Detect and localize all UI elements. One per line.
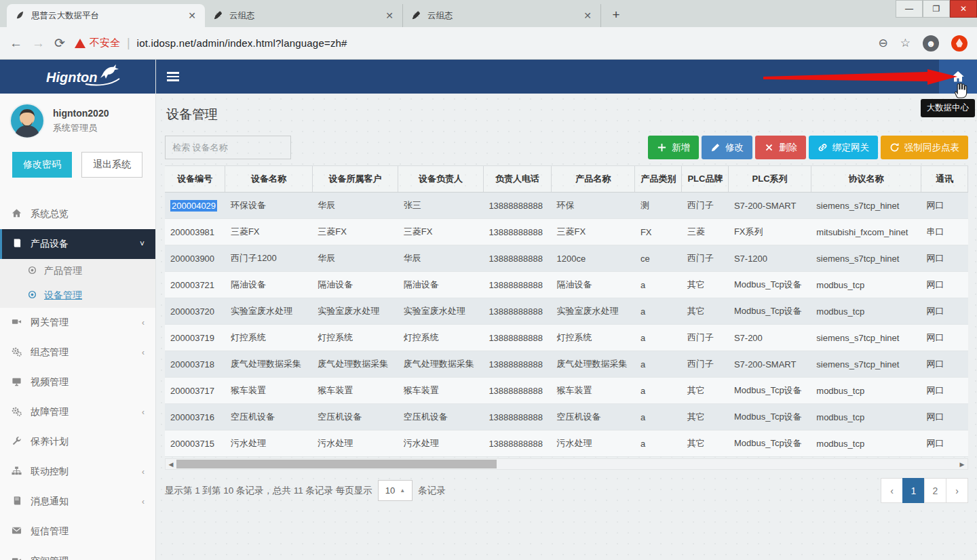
profile-icon[interactable]: ☻ [923,35,939,52]
device-table-wrap: 设备编号设备名称设备所属客户设备负责人负责人电话产品名称产品类别PLC品牌PLC… [165,165,968,457]
sidebar-item-保养计划[interactable]: 保养计划 [0,427,155,457]
绑定网关-button[interactable]: 绑定网关 [809,136,878,159]
table-cell: a [635,298,682,325]
table-cell: 网口 [921,431,968,457]
table-cell: 三菱FX [552,219,635,245]
sidebar-item-视频管理[interactable]: 视频管理 [0,367,155,397]
table-row[interactable]: 200003717猴车装置猴车装置猴车装置13888888888猴车装置a其它M… [165,378,968,404]
sidebar-item-系统总览[interactable]: 系统总览 [0,199,155,229]
logout-button[interactable]: 退出系统 [81,152,142,178]
sidebar-item-网关管理[interactable]: 网关管理‹ [0,308,155,338]
table-row[interactable]: 200003981三菱FX三菱FX三菱FX13888888888三菱FXFX三菱… [165,219,968,245]
content: 设备管理 新增修改删除绑定网关强制同步点表 设备编号设备名称设备所属客户设备负责… [156,94,977,560]
table-row[interactable]: 200003719灯控系统灯控系统灯控系统13888888888灯控系统a西门子… [165,325,968,351]
pager-page-1[interactable]: 1 [902,478,925,503]
column-header[interactable]: 通讯 [921,166,968,193]
sidebar-item-消息通知[interactable]: 消息通知‹ [0,487,155,517]
table-row[interactable]: 200003715污水处理污水处理污水处理13888888888污水处理a其它M… [165,431,968,457]
bookmark-star-icon[interactable]: ☆ [900,36,911,50]
pager-next-button[interactable]: › [946,478,968,503]
horizontal-scrollbar[interactable]: ◀ ▶ [165,458,968,470]
column-header[interactable]: 设备负责人 [398,166,484,193]
back-icon[interactable]: ← [9,36,22,51]
sidebar-item-故障管理[interactable]: 故障管理‹ [0,397,155,427]
security-warning[interactable]: 不安全 [75,37,120,49]
删除-button[interactable]: 删除 [755,136,806,159]
table-row[interactable]: 200003900西门子1200华辰华辰138888888881200cece西… [165,245,968,272]
sidebar-subitem-设备管理[interactable]: 设备管理 [0,283,155,308]
column-header[interactable]: 产品名称 [552,166,635,193]
tab-close-icon[interactable]: ✕ [383,9,396,22]
table-cell: 其它 [682,378,729,404]
table-cell: FX系列 [729,219,811,245]
sidebar-item-产品设备[interactable]: 产品设备˅ [0,229,155,259]
rocket-icon [213,10,224,21]
sidebar-item-联动控制[interactable]: 联动控制‹ [0,457,155,487]
scroll-left-icon[interactable]: ◀ [166,461,176,468]
table-cell: a [635,404,682,431]
table-cell: 网口 [921,351,968,378]
table-row[interactable]: 200004029环保设备华辰张三13888888888环保测西门子S7-200… [165,193,968,219]
search-input[interactable] [165,136,291,159]
table-row[interactable]: 200003721隔油设备隔油设备隔油设备13888888888隔油设备a其它M… [165,272,968,298]
column-header[interactable]: 设备所属客户 [312,166,398,193]
tab-title: 云组态 [427,10,576,22]
column-header[interactable]: 协议名称 [811,166,921,193]
pager-page-2[interactable]: 2 [924,478,946,503]
refresh-icon[interactable]: ⟳ [54,35,65,51]
browser-logo-icon[interactable] [951,35,968,52]
browser-tab[interactable]: 思普云大数据平台✕ [7,4,205,27]
minimize-button[interactable]: — [896,0,923,18]
pager-prev-button[interactable]: ‹ [881,478,903,503]
username: hignton2020 [53,108,109,119]
tab-close-icon[interactable]: ✕ [186,9,198,22]
new-tab-button[interactable]: + [607,6,626,25]
zoom-out-icon[interactable]: ⊖ [879,36,888,50]
change-password-button[interactable]: 修改密码 [12,152,72,178]
action-buttons: 新增修改删除绑定网关强制同步点表 [648,136,968,159]
强制同步点表-button[interactable]: 强制同步点表 [881,136,968,159]
table-cell: 测 [635,193,682,219]
restore-button[interactable]: ❐ [923,0,950,18]
sidebar-item-组态管理[interactable]: 组态管理‹ [0,338,155,367]
table-cell: 污水处理 [552,431,635,457]
hamburger-menu-icon[interactable] [156,60,190,94]
tab-close-icon[interactable]: ✕ [581,9,594,22]
table-cell: 200003981 [165,219,225,245]
address-bar[interactable]: 不安全 | iot.idosp.net/admin/index.html?lan… [75,36,869,50]
scroll-right-icon[interactable]: ▶ [957,461,968,468]
sidebar-item-空间管理[interactable]: 空间管理 [0,546,155,560]
column-header[interactable]: 负责人电话 [483,166,551,193]
scrollbar-track[interactable] [176,459,957,469]
home-button[interactable] [939,60,977,94]
sidebar-item-短信管理[interactable]: 短信管理 [0,517,155,546]
新增-button[interactable]: 新增 [648,136,699,159]
table-cell: 废气处理数据采集 [552,351,635,378]
table-cell: modbus_tcp [811,272,921,298]
scrollbar-thumb[interactable] [176,460,497,468]
sidebar-subitem-产品管理[interactable]: 产品管理 [0,259,155,283]
column-header[interactable]: 设备名称 [225,166,312,193]
column-header[interactable]: PLC品牌 [682,166,729,193]
page-size-select[interactable]: 10 ▲ [378,480,413,501]
close-button[interactable]: ✕ [950,0,977,18]
browser-tab[interactable]: 云组态✕ [403,4,601,27]
column-header[interactable]: 设备编号 [165,166,225,193]
url-text[interactable]: iot.idosp.net/admin/index.html?language=… [137,37,347,49]
dot-circle-icon [27,265,37,277]
table-cell: 网口 [921,325,968,351]
app: Hignton hignton2020 系统管理员 [0,60,977,560]
book-icon [11,238,22,250]
table-row[interactable]: 200003716空压机设备空压机设备空压机设备13888888888空压机设备… [165,404,968,431]
table-cell: 实验室废水处理 [398,298,484,325]
browser-tab[interactable]: 云组态✕ [205,4,403,27]
table-row[interactable]: 200003718废气处理数据采集废气处理数据采集废气处理数据采集1388888… [165,351,968,378]
修改-button[interactable]: 修改 [702,136,752,159]
avatar [9,103,45,138]
column-header[interactable]: PLC系列 [729,166,811,193]
forward-icon[interactable]: → [32,36,45,51]
table-row[interactable]: 200003720实验室废水处理实验室废水处理实验室废水处理1388888888… [165,298,968,325]
table-cell: 隔油设备 [312,272,398,298]
column-header[interactable]: 产品类别 [635,166,682,193]
table-cell: 13888888888 [483,431,551,457]
